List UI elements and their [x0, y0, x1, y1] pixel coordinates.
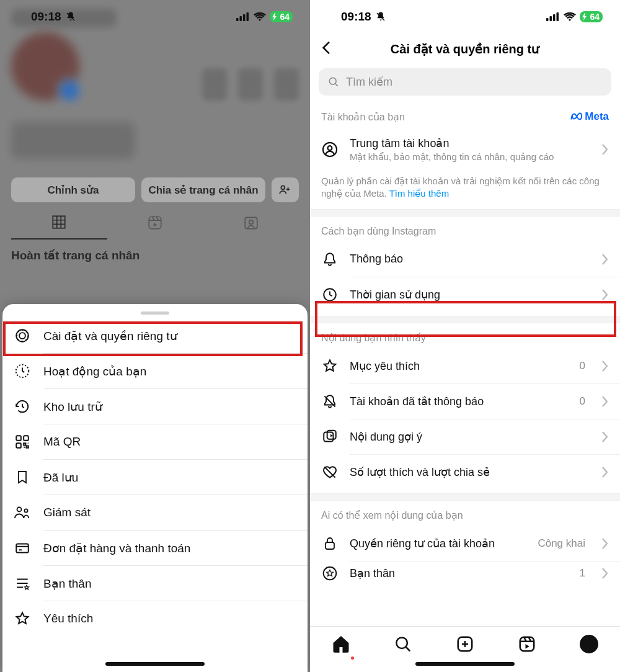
svg-point-33: [324, 567, 337, 580]
menu-settings-privacy[interactable]: Cài đặt và quyền riêng tư: [2, 318, 308, 353]
row-label: Mục yêu thích: [350, 359, 569, 373]
battery-indicator: 64: [580, 11, 603, 22]
svg-rect-14: [24, 436, 29, 441]
menu-label: Giám sát: [43, 506, 91, 519]
svg-rect-29: [324, 432, 333, 441]
menu-close-friends[interactable]: Bạn thân: [2, 566, 308, 601]
menu-qr-code[interactable]: Mã QR: [2, 424, 308, 459]
svg-point-16: [17, 508, 22, 512]
search-icon: [327, 76, 340, 88]
chevron-right-icon: [600, 567, 609, 580]
menu-archive[interactable]: Kho lưu trữ: [2, 389, 308, 424]
section-separator: [310, 209, 620, 217]
cellular-icon: [546, 12, 560, 21]
row-close-friends[interactable]: Bạn thân 1: [310, 562, 620, 585]
home-indicator[interactable]: [415, 662, 515, 666]
card-icon: [14, 540, 31, 556]
menu-orders-payments[interactable]: Đơn đặt hàng và thanh toán: [2, 531, 308, 565]
menu-label: Cài đặt và quyền riêng tư: [43, 329, 177, 343]
row-favorites[interactable]: Mục yêu thích 0: [310, 349, 620, 383]
bell-icon: [321, 251, 339, 267]
menu-label: Mã QR: [43, 435, 81, 449]
chevron-right-icon: [600, 288, 609, 302]
menu-your-activity[interactable]: Hoạt động của bạn: [2, 354, 308, 388]
status-time: 09:18: [341, 10, 371, 24]
menu-supervision[interactable]: Giám sát: [2, 495, 308, 530]
row-label: Quyền riêng tư của tài khoản: [350, 537, 526, 550]
mute-icon: [375, 11, 386, 22]
svg-rect-15: [16, 443, 21, 448]
activity-icon: [14, 363, 31, 379]
row-muted-accounts[interactable]: Tài khoản đã tắt thông báo 0: [310, 384, 620, 419]
svg-point-34: [396, 637, 407, 648]
chevron-right-icon: [600, 430, 609, 444]
row-label: Số lượt thích và lượt chia sẻ: [350, 465, 589, 479]
tab-profile[interactable]: [580, 635, 598, 653]
chevron-right-icon: [600, 395, 609, 408]
section-separator: [310, 493, 620, 501]
gear-icon: [14, 328, 31, 344]
cellular-icon: [236, 12, 250, 21]
tab-create[interactable]: [456, 635, 474, 653]
mute-icon: [65, 11, 76, 22]
row-account-privacy[interactable]: Quyền riêng tư của tài khoản Công khai: [310, 526, 620, 561]
right-phone: 09:18 64 Cài đặt và quyền riêng tư Tìm k…: [310, 0, 620, 672]
tab-home[interactable]: [332, 635, 350, 653]
row-title: Trung tâm tài khoản: [350, 137, 589, 150]
avatar-icon: [580, 635, 598, 653]
tab-search[interactable]: [394, 635, 412, 653]
svg-rect-8: [243, 14, 246, 21]
svg-point-11: [19, 333, 25, 339]
meta-logo: Meta: [570, 110, 609, 123]
profile-menu-sheet: Cài đặt và quyền riêng tư Hoạt động của …: [2, 304, 308, 672]
photo-play-icon: [321, 429, 339, 445]
chevron-right-icon: [600, 143, 609, 156]
list-star-icon: [14, 575, 31, 591]
star-icon: [321, 358, 339, 374]
row-notifications[interactable]: Thông báo: [310, 242, 620, 277]
menu-favorites[interactable]: Yêu thích: [2, 601, 308, 636]
bookmark-icon: [14, 469, 31, 485]
row-suggested-content[interactable]: Nội dung gợi ý: [310, 419, 620, 454]
section-your-account: Tài khoản của bạn Meta: [310, 102, 620, 128]
star-icon: [14, 611, 31, 627]
chevron-right-icon: [600, 537, 609, 550]
sheet-grabber[interactable]: [141, 311, 169, 315]
row-time-spent[interactable]: Thời gian sử dụng: [310, 277, 620, 312]
search-input[interactable]: Tìm kiếm: [319, 68, 611, 96]
row-like-share-counts[interactable]: Số lượt thích và lượt chia sẻ: [310, 455, 620, 490]
menu-label: Đơn đặt hàng và thanh toán: [43, 541, 190, 555]
row-value: Công khai: [538, 537, 585, 550]
wifi-icon: [254, 12, 266, 22]
svg-rect-13: [16, 436, 21, 441]
bell-off-icon: [321, 393, 339, 410]
clock-icon: [321, 287, 339, 303]
menu-label: Yêu thích: [43, 612, 93, 625]
heart-off-icon: [321, 464, 339, 480]
svg-point-24: [329, 78, 336, 84]
svg-rect-32: [326, 542, 334, 549]
svg-rect-22: [553, 14, 556, 21]
svg-rect-21: [550, 16, 552, 21]
chevron-right-icon: [600, 253, 609, 266]
row-account-center[interactable]: Trung tâm tài khoản Mật khẩu, bảo mật, t…: [310, 128, 620, 171]
home-notification-dot: [351, 656, 354, 660]
learn-more-link[interactable]: Tìm hiểu thêm: [389, 188, 450, 199]
status-time: 09:18: [31, 10, 61, 24]
tab-reels[interactable]: [518, 635, 536, 653]
battery-indicator: 64: [270, 11, 293, 22]
page-title: Cài đặt và quyền riêng tư: [391, 42, 539, 56]
menu-saved[interactable]: Đã lưu: [2, 460, 308, 495]
svg-rect-20: [546, 18, 549, 21]
back-button[interactable]: [319, 40, 335, 56]
svg-rect-7: [240, 16, 242, 21]
row-label: Tài khoản đã tắt thông báo: [350, 395, 569, 408]
home-indicator[interactable]: [105, 662, 205, 666]
menu-label: Bạn thân: [43, 576, 92, 591]
wifi-icon: [564, 12, 576, 22]
row-value: 1: [580, 567, 585, 580]
section-separator: [310, 316, 620, 323]
archive-icon: [14, 398, 31, 414]
lock-icon: [321, 535, 339, 552]
row-subtitle: Mật khẩu, bảo mật, thông tin cá nhân, qu…: [350, 151, 589, 163]
